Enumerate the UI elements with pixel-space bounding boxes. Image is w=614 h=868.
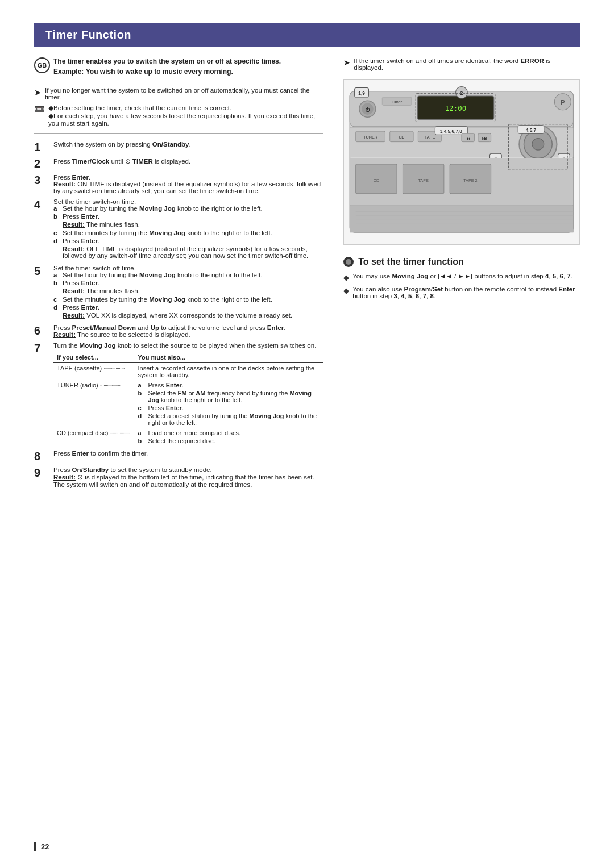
- step-8-content: Press Enter to confirm the timer.: [53, 450, 323, 462]
- intro-example: Example: You wish to wake up to music ev…: [53, 68, 281, 76]
- step-6-row: 6 Press Preset/Manual Down and Up to adj…: [34, 324, 323, 338]
- step-9-content: Press On/Standby to set the system to st…: [53, 466, 323, 488]
- step-1-content: Switch the system on by pressing On/Stan…: [53, 141, 323, 153]
- step-5d: d Press Enter.: [53, 304, 323, 311]
- step-4b-result: Result: The minutes flash.: [63, 221, 323, 228]
- svg-point-26: [532, 138, 544, 150]
- note-arrow-1-text: If you no longer want the system to be s…: [45, 87, 323, 101]
- step-4a: a Set the hour by tuning the Moving Jog …: [53, 205, 323, 212]
- page: Timer Function GB The timer enables you …: [0, 0, 614, 868]
- table-cell-tape-label: TAPE (cassette) ··················: [53, 363, 135, 381]
- gb-badge: GB: [34, 57, 50, 73]
- step-4d: d Press Enter.: [53, 237, 323, 244]
- tape-icon: 📼: [34, 104, 45, 114]
- right-note-1-text: If the timer switch on and off times are…: [354, 57, 580, 71]
- step-5a: a Set the hour by tuning the Moving Jog …: [53, 272, 323, 278]
- svg-text:TUNER: TUNER: [363, 135, 377, 140]
- page-number: 22: [34, 842, 49, 851]
- step-4-row: 4 Set the timer switch-on time. a Set th…: [34, 198, 323, 261]
- svg-text:2: 2: [460, 90, 463, 96]
- svg-text:TAPE: TAPE: [418, 178, 429, 183]
- svg-rect-44: [350, 206, 574, 232]
- svg-text:⏭: ⏭: [482, 136, 487, 141]
- intro-bold: The timer enables you to switch the syst…: [53, 57, 281, 65]
- table-row-tuner: TUNER (radio) ·················· a Press…: [53, 380, 323, 428]
- table-cell-tape-action: Insert a recorded cassette in one of the…: [135, 363, 323, 381]
- right-arrow-icon: ➤: [343, 58, 350, 67]
- to-set-note-2-text: You can also use Program/Set button on t…: [352, 286, 580, 299]
- to-set-header: To set the timer function: [343, 257, 580, 267]
- step-3-content: Press Enter. Result: ON TIME is displaye…: [53, 174, 323, 194]
- step-2-num: 2: [34, 157, 50, 170]
- bullet-icon: [343, 257, 354, 267]
- svg-text:4,5,7: 4,5,7: [526, 128, 537, 133]
- svg-text:Timer: Timer: [392, 99, 403, 105]
- table-cell-cd-action: a Load one or more compact discs. b Sele…: [135, 428, 323, 446]
- svg-text:TAPE: TAPE: [425, 135, 435, 140]
- step-5d-result: Result: VOL XX is displayed, where XX co…: [63, 312, 323, 319]
- step-5-row: 5 Set the timer switch-off time. a Set t…: [34, 265, 323, 320]
- step-4-content: Set the timer switch-on time. a Set the …: [53, 198, 323, 261]
- step-1-row: 1 Switch the system on by pressing On/St…: [34, 141, 323, 153]
- step-5-content: Set the timer switch-off time. a Set the…: [53, 265, 323, 320]
- note-arrow-1: ➤ If you no longer want the system to be…: [34, 87, 323, 101]
- device-image: ⏻ Timer 12:00 2 1,9 P: [343, 79, 580, 247]
- step-3-row: 3 Press Enter. Result: ON TIME is displa…: [34, 174, 323, 194]
- source-table: If you select... You must also... TAPE (…: [53, 352, 323, 446]
- step-5c: c Set the minutes by tuning the Moving J…: [53, 296, 323, 303]
- svg-text:P: P: [561, 99, 565, 106]
- step-7-row: 7 Turn the Moving Jog knob to select the…: [34, 342, 323, 446]
- svg-text:12:00: 12:00: [445, 104, 466, 112]
- step-1-num: 1: [34, 141, 50, 153]
- right-column: ➤ If the timer switch on and off times a…: [343, 57, 580, 502]
- to-set-title: To set the timer function: [358, 257, 463, 267]
- svg-text:CD: CD: [399, 135, 404, 140]
- svg-text:3,4,5,6,7,8: 3,4,5,6,7,8: [440, 129, 462, 134]
- step-6-content: Press Preset/Manual Down and Up to adjus…: [53, 324, 323, 338]
- to-set-note-1-text: You may use Moving Jog or |◄◄ / ►►| butt…: [352, 273, 572, 279]
- svg-text:TAPE 2: TAPE 2: [463, 178, 477, 183]
- step-9-num: 9: [34, 466, 50, 488]
- step-3-num: 3: [34, 174, 50, 194]
- table-cell-cd-label: CD (compact disc) ·················: [53, 428, 135, 446]
- table-col-you: You must also...: [135, 352, 323, 363]
- table-row-cd: CD (compact disc) ················· a Lo…: [53, 428, 323, 446]
- step-2-content: Press Timer/Clock until ⊙ TIMER is displ…: [53, 157, 323, 170]
- svg-text:⏻: ⏻: [366, 107, 371, 112]
- left-column: GB The timer enables you to switch the s…: [34, 57, 323, 502]
- step-8-num: 8: [34, 450, 50, 462]
- svg-text:⏮: ⏮: [466, 136, 471, 141]
- step-2-row: 2 Press Timer/Clock until ⊙ TIMER is dis…: [34, 157, 323, 170]
- to-set-note-1: ◆ You may use Moving Jog or |◄◄ / ►►| bu…: [343, 273, 580, 282]
- arrow-right-icon: ➤: [34, 87, 42, 98]
- note-timer-steps: ◆For each step, you have a few seconds t…: [48, 112, 323, 127]
- note-timer-check: ◆Before setting the timer, check that th…: [48, 104, 323, 112]
- svg-text:CD: CD: [374, 178, 379, 183]
- to-set-section: To set the timer function ◆ You may use …: [343, 257, 580, 299]
- divider-1: [34, 133, 323, 134]
- step-5b-result: Result: The minutes flash.: [63, 287, 323, 294]
- note-tape-icon: 📼 ◆Before setting the timer, check that …: [34, 104, 323, 127]
- step-6-num: 6: [34, 324, 50, 338]
- step-5-num: 5: [34, 265, 50, 320]
- table-col-if: If you select...: [53, 352, 135, 363]
- page-title: Timer Function: [34, 23, 580, 47]
- step-4c: c Set the minutes by tuning the Moving J…: [53, 229, 323, 236]
- step-4d-result: Result: OFF TIME is displayed (instead o…: [63, 245, 323, 259]
- device-svg: ⏻ Timer 12:00 2 1,9 P: [343, 79, 580, 245]
- table-row-tape: TAPE (cassette) ·················· Inser…: [53, 363, 323, 381]
- diamond-icon-1: ◆: [343, 273, 349, 282]
- table-cell-tuner-label: TUNER (radio) ··················: [53, 380, 135, 428]
- diamond-icon-2: ◆: [343, 286, 349, 295]
- to-set-note-2: ◆ You can also use Program/Set button on…: [343, 286, 580, 299]
- table-cell-tuner-action: a Press Enter. b Select the FM or AM fre…: [135, 380, 323, 428]
- step-4b: b Press Enter.: [53, 213, 323, 220]
- step-5b: b Press Enter.: [53, 279, 323, 286]
- step-7-content: Turn the Moving Jog knob to select the s…: [53, 342, 323, 446]
- step-8-row: 8 Press Enter to confirm the timer.: [34, 450, 323, 462]
- step-7-num: 7: [34, 342, 50, 446]
- divider-bottom: [34, 495, 323, 495]
- step-9-row: 9 Press On/Standby to set the system to …: [34, 466, 323, 488]
- example-label: Example:: [53, 68, 84, 76]
- step-4-num: 4: [34, 198, 50, 261]
